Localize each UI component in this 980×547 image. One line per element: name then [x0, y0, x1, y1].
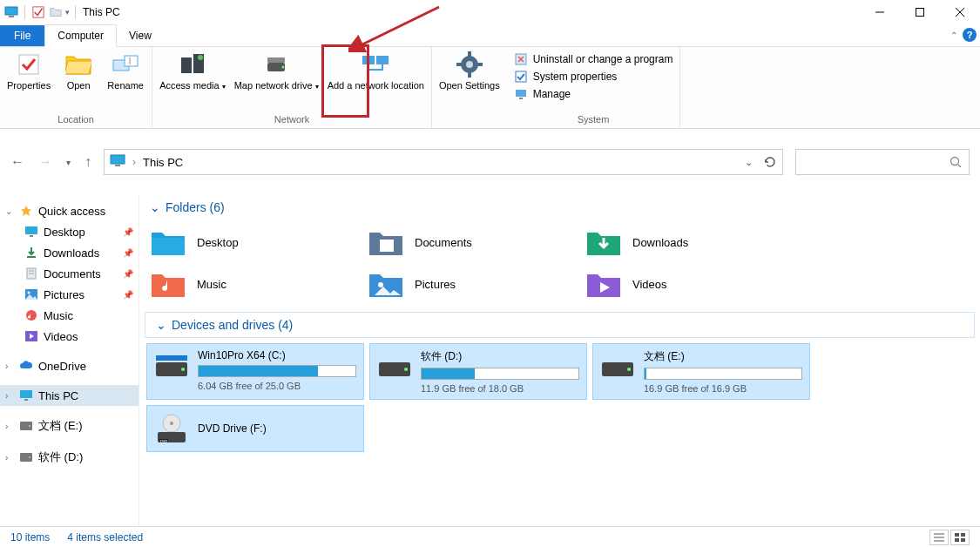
- refresh-icon[interactable]: [763, 155, 777, 169]
- search-input[interactable]: [795, 149, 970, 175]
- add-location-button[interactable]: Add a network location: [328, 51, 424, 91]
- pin-icon: 📌: [123, 269, 133, 279]
- system-properties-button[interactable]: System properties: [514, 70, 673, 84]
- ribbon-group-label: System: [514, 112, 673, 126]
- svg-point-41: [28, 292, 30, 294]
- svg-point-49: [29, 456, 30, 458]
- svg-rect-24: [477, 63, 483, 66]
- back-button[interactable]: ←: [10, 154, 24, 170]
- tree-downloads[interactable]: Downloads 📌: [0, 242, 139, 263]
- svg-line-33: [958, 165, 961, 167]
- chevron-right-icon[interactable]: ›: [5, 422, 14, 431]
- chevron-right-icon[interactable]: ›: [5, 361, 14, 371]
- videos-icon: [24, 329, 38, 343]
- tab-view[interactable]: View: [117, 25, 164, 46]
- maximize-button[interactable]: [900, 0, 940, 24]
- pin-icon: 📌: [123, 290, 133, 300]
- up-button[interactable]: ↑: [84, 154, 91, 170]
- chevron-down-icon[interactable]: ⌄: [5, 206, 14, 216]
- collapse-ribbon-icon[interactable]: ⌃: [950, 30, 957, 40]
- svg-point-52: [378, 282, 383, 287]
- pin-icon: 📌: [123, 227, 133, 237]
- rename-button[interactable]: Rename: [106, 51, 145, 91]
- chevron-right-icon[interactable]: ›: [5, 391, 14, 401]
- address-bar[interactable]: › This PC ⌄: [104, 149, 783, 175]
- recent-locations-icon[interactable]: ▾: [66, 158, 71, 167]
- tree-pictures[interactable]: Pictures 📌: [0, 284, 139, 305]
- capacity-bar: [644, 368, 802, 380]
- tree-videos[interactable]: Videos: [0, 326, 139, 347]
- properties-button[interactable]: Properties: [7, 51, 51, 91]
- breadcrumb[interactable]: This PC: [143, 156, 183, 169]
- minimize-button[interactable]: [860, 0, 900, 24]
- tree-desktop[interactable]: Desktop 📌: [0, 221, 139, 242]
- titlebar: ▾ This PC: [0, 0, 980, 24]
- desktop-folder-icon: [150, 226, 186, 258]
- folder-pictures[interactable]: Pictures: [364, 263, 582, 305]
- drive-dvd[interactable]: DVD DVD Drive (F:): [146, 405, 364, 452]
- folder-downloads[interactable]: Downloads: [582, 221, 800, 263]
- view-details-button[interactable]: [929, 530, 949, 545]
- open-settings-button[interactable]: Open Settings: [439, 51, 500, 91]
- manage-icon: [514, 87, 528, 101]
- ribbon-group-label: Network: [159, 112, 424, 126]
- tree-quick-access[interactable]: ⌄ Quick access: [0, 200, 139, 221]
- app-icon: [3, 4, 19, 20]
- tab-file[interactable]: File: [0, 25, 44, 46]
- music-icon: [24, 308, 38, 322]
- uninstall-program-button[interactable]: Uninstall or change a program: [514, 52, 673, 66]
- chevron-right-icon[interactable]: ›: [5, 453, 14, 463]
- tree-drive-e[interactable]: › 文档 (E:): [0, 415, 139, 437]
- svg-point-57: [404, 368, 408, 371]
- section-folders-header[interactable]: ⌄ Folders (6): [139, 195, 980, 219]
- access-media-icon: [179, 51, 206, 78]
- open-button[interactable]: Open: [59, 51, 98, 91]
- cloud-icon: [19, 359, 33, 373]
- folder-documents[interactable]: Documents: [364, 221, 582, 263]
- folder-desktop[interactable]: Desktop: [146, 221, 364, 263]
- tree-onedrive[interactable]: › OneDrive: [0, 355, 139, 376]
- tree-documents[interactable]: Documents 📌: [0, 263, 139, 284]
- ribbon-open-settings-area: Open Settings: [432, 47, 507, 128]
- folder-music[interactable]: Music: [146, 263, 364, 305]
- section-drives-header[interactable]: ⌄ Devices and drives (4): [145, 312, 975, 338]
- map-drive-icon: [262, 51, 290, 78]
- ribbon-tabs: File Computer View ⌃ ?: [0, 24, 980, 47]
- tree-drive-d[interactable]: › 软件 (D:): [0, 446, 139, 469]
- drive-d[interactable]: 软件 (D:) 11.9 GB free of 18.0 GB: [369, 343, 587, 400]
- drive-e[interactable]: 文档 (E:) 16.9 GB free of 16.9 GB: [592, 343, 810, 400]
- tree-this-pc[interactable]: › This PC: [0, 385, 139, 406]
- view-thumbnails-button[interactable]: [950, 530, 970, 545]
- properties-icon: [15, 51, 43, 78]
- close-button[interactable]: [940, 0, 980, 24]
- address-dropdown-icon[interactable]: ⌄: [745, 157, 753, 168]
- svg-rect-9: [125, 56, 138, 66]
- chevron-down-icon: ⌄: [156, 318, 166, 332]
- open-folder-icon: [64, 51, 92, 78]
- search-icon: [950, 156, 962, 168]
- svg-rect-51: [380, 240, 394, 252]
- pin-icon: 📌: [123, 248, 133, 258]
- folders-grid: Desktop Documents Downloads Music Pictur…: [139, 219, 980, 312]
- svg-point-42: [26, 310, 37, 321]
- qat-checkbox-icon[interactable]: [30, 4, 46, 20]
- rename-icon: [112, 51, 139, 78]
- svg-point-47: [29, 425, 30, 427]
- folder-videos[interactable]: Videos: [582, 263, 800, 305]
- svg-point-32: [951, 158, 959, 165]
- map-drive-button[interactable]: Map network drive ▾: [234, 51, 319, 91]
- ribbon-group-location: Properties Open Rename Location: [0, 47, 152, 128]
- help-icon[interactable]: ?: [963, 28, 977, 42]
- drive-c[interactable]: Win10Pro X64 (C:) 6.04 GB free of 25.0 G…: [146, 343, 364, 400]
- qat-folder-icon[interactable]: [48, 4, 64, 20]
- gear-icon: [456, 51, 483, 78]
- manage-button[interactable]: Manage: [514, 87, 673, 101]
- svg-rect-35: [30, 235, 33, 237]
- tab-computer[interactable]: Computer: [44, 24, 117, 47]
- access-media-button[interactable]: Access media ▾: [159, 51, 226, 91]
- svg-rect-18: [376, 56, 389, 64]
- desktop-icon: [24, 225, 38, 239]
- qat-dropdown-icon[interactable]: ▾: [65, 8, 70, 17]
- tree-music[interactable]: Music: [0, 305, 139, 326]
- forward-button[interactable]: →: [38, 154, 52, 170]
